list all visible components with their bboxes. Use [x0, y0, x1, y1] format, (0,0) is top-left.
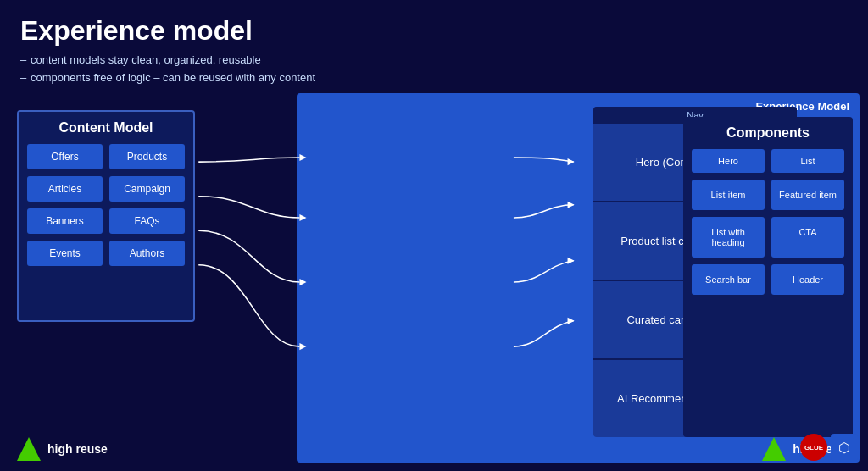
content-model-grid: Offers Products Articles Campaign Banner… — [27, 144, 185, 266]
glue-badge: GLUE — [800, 434, 827, 461]
content-item-events: Events — [27, 241, 103, 266]
experience-model-box: Experience Model Nav Hero (Commerce+CMS)… — [297, 93, 860, 463]
content-item-faqs: FAQs — [109, 208, 185, 234]
content-item-authors: Authors — [109, 241, 185, 266]
logo-area: GLUE ⬡ — [800, 434, 858, 461]
content-item-banners: Banners — [27, 208, 103, 234]
bullet-2: components free of logic – can be reused… — [20, 69, 848, 87]
comp-list-item: List item — [692, 180, 765, 210]
content-item-campaign: Campaign — [109, 176, 185, 202]
header: Experience model content models stay cle… — [0, 0, 868, 94]
content-item-offers: Offers — [27, 144, 103, 169]
diagram-area: Content Model Offers Products Articles C… — [8, 93, 860, 463]
comp-cta: CTA — [771, 217, 844, 258]
components-title: Components — [692, 125, 844, 141]
content-item-articles: Articles — [27, 176, 103, 202]
high-reuse-left: high reuse — [17, 437, 108, 461]
content-item-products: Products — [109, 144, 185, 169]
comp-list: List — [771, 149, 844, 173]
comp-hero: Hero — [692, 149, 765, 173]
arrow-up-right-icon — [762, 437, 786, 461]
components-box: Components Hero List List item Featured … — [683, 117, 853, 437]
cube-badge: ⬡ — [831, 434, 858, 461]
comp-featured-item: Featured item — [771, 180, 844, 210]
comp-list-with-heading: List with heading — [692, 217, 765, 258]
comp-search-bar: Search bar — [692, 264, 765, 295]
content-model-box: Content Model Offers Products Articles C… — [17, 110, 195, 322]
subtitle-list: content models stay clean, organized, re… — [20, 52, 848, 87]
arrow-up-left-icon — [17, 437, 41, 461]
bullet-1: content models stay clean, organized, re… — [20, 52, 848, 69]
components-grid: Hero List List item Featured item List w… — [692, 149, 844, 295]
cube-icon: ⬡ — [838, 440, 850, 456]
high-reuse-left-label: high reuse — [47, 442, 108, 456]
content-model-title: Content Model — [27, 120, 185, 136]
comp-header: Header — [771, 264, 844, 295]
page-title: Experience model — [20, 15, 848, 47]
